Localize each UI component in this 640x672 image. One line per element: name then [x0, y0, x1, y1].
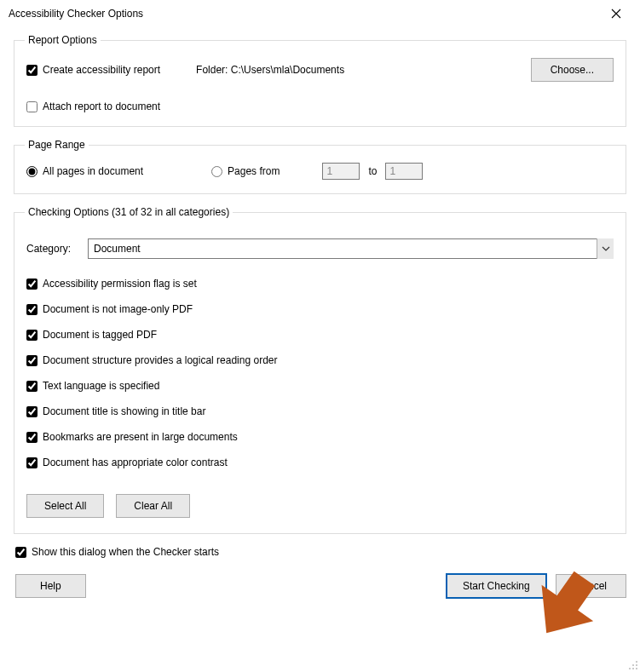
check-option-checkbox[interactable]	[26, 279, 37, 290]
all-pages-radio[interactable]	[26, 166, 37, 177]
check-option-row: Bookmarks are present in large documents	[26, 431, 614, 443]
report-options-group: Report Options Create accessibility repo…	[14, 34, 626, 127]
svg-point-6	[636, 668, 637, 669]
choose-folder-button[interactable]: Choose...	[531, 58, 614, 82]
check-option-checkbox[interactable]	[26, 304, 37, 315]
pages-from-radio[interactable]	[211, 166, 222, 177]
checking-options-list: Accessibility permission flag is setDocu…	[26, 278, 614, 468]
report-options-legend: Report Options	[25, 34, 101, 46]
attach-report-checkbox[interactable]	[26, 101, 37, 112]
check-option-label: Text language is specified	[43, 380, 159, 392]
all-pages-label: All pages in document	[43, 165, 143, 177]
check-option-checkbox[interactable]	[26, 355, 37, 366]
check-option-label: Document has appropriate color contrast	[43, 457, 228, 468]
check-option-label: Document is not image-only PDF	[43, 303, 193, 315]
category-select[interactable]: Document	[88, 238, 614, 259]
page-to-input[interactable]	[385, 163, 423, 180]
folder-path-label: Folder: C:\Users\mla\Documents	[196, 64, 344, 76]
create-report-checkbox[interactable]	[26, 65, 37, 76]
window-title: Accessibility Checker Options	[9, 8, 143, 20]
check-option-checkbox[interactable]	[26, 457, 37, 468]
close-icon	[611, 9, 621, 19]
page-to-label: to	[368, 165, 377, 177]
page-range-legend: Page Range	[25, 139, 89, 151]
check-option-label: Document is tagged PDF	[43, 329, 157, 341]
page-range-group: Page Range All pages in document Pages f…	[14, 139, 626, 194]
check-option-checkbox[interactable]	[26, 432, 37, 443]
check-option-row: Document is not image-only PDF	[26, 303, 614, 315]
help-button[interactable]: Help	[15, 574, 86, 598]
check-option-checkbox[interactable]	[26, 381, 37, 392]
pages-from-label: Pages from	[228, 165, 280, 177]
svg-point-1	[636, 661, 637, 663]
check-option-row: Accessibility permission flag is set	[26, 278, 614, 290]
svg-point-3	[636, 664, 637, 666]
check-option-label: Accessibility permission flag is set	[43, 278, 197, 290]
check-option-row: Document title is showing in title bar	[26, 405, 614, 417]
title-bar: Accessibility Checker Options	[0, 0, 640, 27]
check-option-label: Document title is showing in title bar	[43, 405, 205, 417]
checking-options-group: Checking Options (31 of 32 in all catego…	[14, 206, 626, 534]
cancel-button[interactable]: Cancel	[556, 574, 626, 598]
show-dialog-checkbox[interactable]	[15, 547, 26, 558]
page-from-input[interactable]	[322, 163, 360, 180]
clear-all-button[interactable]: Clear All	[116, 494, 190, 518]
check-option-checkbox[interactable]	[26, 330, 37, 341]
svg-point-2	[632, 664, 634, 666]
checking-options-legend: Checking Options (31 of 32 in all catego…	[25, 206, 233, 218]
close-button[interactable]	[599, 2, 633, 26]
check-option-row: Text language is specified	[26, 380, 614, 392]
resize-grip-icon[interactable]	[626, 658, 638, 670]
check-option-label: Document structure provides a logical re…	[43, 354, 277, 366]
check-option-row: Document is tagged PDF	[26, 329, 614, 341]
attach-report-label: Attach report to document	[43, 101, 160, 112]
check-option-checkbox[interactable]	[26, 406, 37, 417]
start-checking-button[interactable]: Start Checking	[446, 573, 547, 599]
svg-point-5	[632, 668, 634, 669]
create-report-label: Create accessibility report	[43, 64, 160, 76]
category-label: Category:	[26, 243, 79, 255]
svg-point-4	[629, 668, 631, 669]
check-option-row: Document structure provides a logical re…	[26, 354, 614, 366]
show-dialog-label: Show this dialog when the Checker starts	[32, 546, 219, 558]
select-all-button[interactable]: Select All	[26, 494, 104, 518]
check-option-row: Document has appropriate color contrast	[26, 457, 614, 468]
check-option-label: Bookmarks are present in large documents	[43, 431, 238, 443]
